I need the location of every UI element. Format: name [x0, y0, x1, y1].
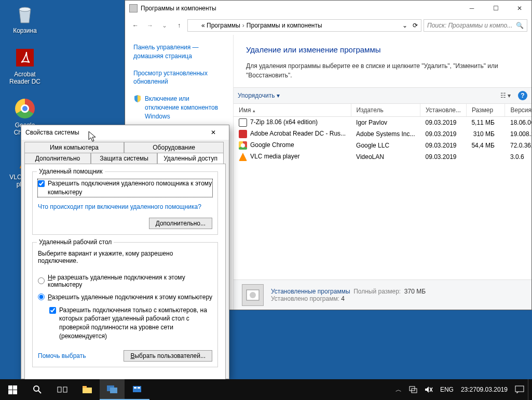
system-properties-dialog: Свойства системы ✕ Имя компьютера Оборуд… — [21, 125, 229, 379]
tab-advanced[interactable]: Дополнительно — [24, 153, 91, 164]
column-header-name[interactable]: Имя ▴ — [234, 104, 351, 117]
minimize-button[interactable]: ─ — [460, 1, 484, 16]
programs-table[interactable]: Имя ▴ Издатель Установле... Размер Верси… — [234, 104, 531, 279]
dialog-title-bar[interactable]: Свойства системы ✕ — [21, 125, 229, 140]
radio-disallow-connections[interactable]: Не разрешать удаленные подключения к это… — [38, 274, 212, 288]
back-button[interactable]: ← — [129, 19, 142, 32]
group-legend: Удаленный рабочий стол — [37, 238, 114, 246]
desktop-icon-label: Acrobat Reader DC — [5, 71, 45, 85]
taskbar: ︿ ENG 23:27 09.03.2019 — [0, 379, 532, 400]
column-header-size[interactable]: Размер — [466, 104, 505, 117]
svg-line-11 — [38, 391, 41, 393]
column-header-version[interactable]: Версия — [505, 104, 531, 117]
svg-rect-12 — [58, 387, 61, 392]
adobe-icon — [239, 130, 247, 138]
search-icon: 🔍 — [516, 22, 524, 29]
forward-button[interactable]: → — [144, 19, 156, 32]
remote-assistance-help-link[interactable]: Что происходит при включении удаленного … — [38, 203, 201, 210]
refresh-icon[interactable]: ⟳ — [413, 22, 418, 29]
vlc-icon — [239, 153, 247, 161]
taskbar-app-programs[interactable] — [125, 379, 149, 400]
window-icon — [129, 4, 138, 12]
close-button[interactable]: ✕ — [202, 125, 225, 140]
tab-system-protection[interactable]: Защита системы — [91, 153, 157, 164]
desktop-icon-recycle-bin[interactable]: Корзина — [5, 3, 45, 34]
radio-allow-connections[interactable]: Разрешить удаленные подключения к этому … — [38, 294, 212, 301]
network-icon[interactable] — [405, 379, 421, 400]
chrome-icon — [239, 141, 247, 150]
sidebar-link-updates[interactable]: Просмотр установленных обновлений — [133, 69, 225, 87]
svg-point-5 — [250, 292, 256, 298]
svg-rect-15 — [83, 386, 87, 388]
svg-rect-19 — [134, 387, 137, 389]
organize-menu[interactable]: Упорядочить ▾ — [238, 92, 280, 99]
clock[interactable]: 23:27 09.03.2019 — [457, 379, 511, 400]
show-desktop-button[interactable] — [528, 379, 531, 400]
select-users-button[interactable]: Выбрать пользователей... — [124, 350, 212, 362]
status-count-value: 4 — [341, 295, 345, 302]
sidebar-link-windows-features[interactable]: Включение или отключение компонентов Win… — [145, 95, 225, 121]
group-legend: Удаленный помощник — [37, 168, 105, 175]
desktop-icon-label: Корзина — [5, 27, 45, 34]
maximize-button[interactable]: ☐ — [484, 1, 508, 16]
desktop-icon-acrobat[interactable]: Acrobat Reader DC — [5, 47, 45, 85]
shield-icon — [133, 95, 142, 103]
date: 09.03.2019 — [476, 386, 508, 393]
recycle-bin-icon — [14, 3, 36, 25]
breadcrumb-segment[interactable]: Программы и компоненты — [247, 22, 322, 29]
breadcrumb-separator: › — [242, 22, 244, 29]
search-input[interactable]: Поиск: Программы и компо... 🔍 — [424, 19, 527, 32]
recent-dropdown[interactable]: ⌄ — [158, 19, 171, 32]
advanced-button[interactable]: Дополнительно... — [149, 218, 212, 229]
task-view-button[interactable] — [50, 379, 75, 400]
nla-checkbox[interactable]: Разрешить подключения только с компьютер… — [49, 306, 212, 341]
remote-desktop-intro: Выберите вариант и укажите, кому разреше… — [38, 250, 212, 264]
svg-point-0 — [19, 7, 31, 11]
column-header-installed[interactable]: Установле... — [420, 104, 466, 117]
svg-rect-7 — [13, 385, 17, 390]
table-row[interactable]: Adobe Acrobat Reader DC - Rus...Adobe Sy… — [234, 128, 531, 140]
language-indicator[interactable]: ENG — [436, 379, 457, 400]
view-options-icon[interactable]: ☷ ▾ — [500, 92, 511, 99]
volume-icon[interactable] — [421, 379, 436, 400]
svg-rect-9 — [13, 390, 17, 394]
programs-icon — [242, 284, 264, 306]
table-row[interactable]: 7-Zip 18.06 (x64 edition)Igor Pavlov09.0… — [234, 117, 531, 129]
table-row[interactable]: Google ChromeGoogle LLC09.03.201954,4 МБ… — [234, 140, 531, 151]
taskbar-app-system-properties[interactable] — [100, 379, 125, 400]
taskbar-app-explorer[interactable] — [75, 379, 100, 400]
toolbar: Упорядочить ▾ ☷ ▾ ? — [234, 87, 531, 104]
remote-desktop-group: Удаленный рабочий стол Выберите вариант … — [32, 242, 218, 367]
status-title: Установленные программы — [271, 288, 350, 295]
svg-rect-6 — [8, 385, 12, 390]
up-button[interactable]: ↑ — [173, 19, 185, 32]
start-button[interactable] — [0, 379, 25, 400]
tab-computer-name[interactable]: Имя компьютера — [24, 142, 124, 153]
breadcrumb[interactable]: « Программы › Программы и компоненты ⌄ ⟳ — [187, 19, 421, 32]
breadcrumb-dropdown-icon[interactable]: ⌄ — [402, 22, 407, 29]
remote-tab-panel: Удаленный помощник Разрешить подключения… — [24, 164, 226, 382]
tray-overflow-icon[interactable]: ︿ — [392, 379, 405, 400]
help-icon[interactable]: ? — [518, 91, 527, 100]
location-icon — [191, 21, 199, 30]
programs-main-area: Удаление или изменение программы Для уда… — [233, 35, 531, 310]
svg-rect-8 — [8, 390, 12, 394]
page-title: Удаление или изменение программы — [246, 45, 519, 54]
7zip-icon — [239, 118, 247, 127]
search-placeholder: Поиск: Программы и компо... — [427, 22, 512, 29]
column-header-publisher[interactable]: Издатель — [351, 104, 420, 117]
allow-remote-assistance-checkbox[interactable]: Разрешить подключения удаленного помощни… — [38, 179, 212, 197]
close-button[interactable]: ✕ — [508, 1, 531, 16]
tab-remote[interactable]: Удаленный доступ — [157, 153, 224, 164]
system-tray: ︿ ENG 23:27 09.03.2019 — [392, 379, 532, 400]
sidebar-link-home[interactable]: Панель управления — домашняя страница — [133, 43, 225, 61]
breadcrumb-segment[interactable]: « Программы — [201, 22, 240, 29]
svg-rect-13 — [63, 387, 67, 392]
action-center-icon[interactable] — [511, 379, 528, 400]
search-button[interactable] — [25, 379, 50, 400]
table-row[interactable]: VLC media playerVideoLAN09.03.20193.0.6 — [234, 151, 531, 163]
title-bar[interactable]: Программы и компоненты ─ ☐ ✕ — [125, 1, 531, 16]
status-count-label: Установлено программ: — [271, 295, 339, 302]
help-choose-link[interactable]: Помочь выбрать — [38, 352, 86, 359]
tab-hardware[interactable]: Оборудование — [124, 142, 224, 153]
